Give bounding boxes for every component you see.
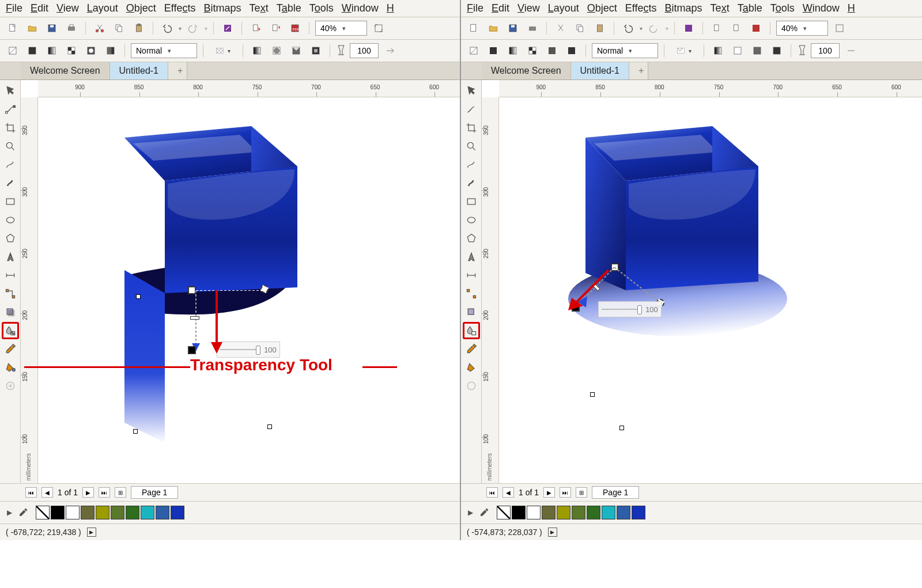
zoom-tool[interactable]	[2, 138, 19, 155]
swatch[interactable]	[111, 506, 124, 519]
text-tool[interactable]	[2, 248, 19, 265]
menu-help[interactable]: H	[387, 2, 394, 14]
menu-table[interactable]: Table	[277, 2, 301, 14]
freehand-tool[interactable]	[463, 156, 480, 173]
connector-tool[interactable]	[2, 285, 19, 302]
menu-text[interactable]: Text	[711, 2, 730, 14]
ellipse-tool[interactable]	[463, 211, 480, 229]
drop-shadow-tool[interactable]	[463, 304, 480, 321]
menu-bitmaps[interactable]: Bitmaps	[665, 2, 702, 14]
no-transparency-button[interactable]	[466, 43, 482, 58]
tab-welcome[interactable]: Welcome Screen	[21, 62, 110, 79]
twocolor-trans-button[interactable]	[544, 43, 560, 58]
page-last-button[interactable]: ⏭	[560, 487, 571, 498]
swatch[interactable]	[171, 506, 184, 519]
drop-shadow-tool[interactable]	[2, 304, 19, 321]
conical-grad-button[interactable]	[749, 43, 765, 58]
text-tool[interactable]	[463, 248, 480, 265]
swatch[interactable]	[572, 506, 585, 519]
page-first-button[interactable]: ⏮	[25, 487, 37, 498]
menu-tools[interactable]: Tools	[309, 2, 334, 14]
fountain-trans-button[interactable]	[505, 43, 521, 58]
menu-file[interactable]: File	[6, 2, 22, 14]
menu-help[interactable]: H	[848, 2, 855, 14]
undo-button[interactable]	[620, 21, 636, 36]
transparency-end-handle[interactable]	[188, 346, 196, 354]
swatch[interactable]	[141, 506, 154, 519]
copy-button[interactable]	[572, 21, 588, 36]
page-add-button[interactable]: ⊞	[115, 487, 126, 498]
no-transparency-button[interactable]	[5, 43, 21, 58]
page-prev-button[interactable]: ◀	[41, 487, 53, 498]
swatch[interactable]	[542, 506, 556, 519]
pattern-trans-button[interactable]	[63, 43, 80, 58]
page-tab[interactable]: Page 1	[131, 486, 178, 499]
swatch-black[interactable]	[512, 506, 526, 519]
transparency-tool[interactable]	[463, 322, 480, 339]
open-button[interactable]	[485, 21, 501, 36]
eyedropper-tool[interactable]	[463, 340, 480, 358]
page-add-button[interactable]: ⊞	[576, 487, 587, 498]
trans-picker-button[interactable]: ▾	[670, 43, 698, 58]
menu-window[interactable]: Window	[803, 2, 840, 14]
swatch[interactable]	[587, 506, 600, 519]
menu-view[interactable]: View	[517, 2, 540, 14]
pdf-button[interactable]: PDF	[287, 21, 303, 36]
copy-button[interactable]	[111, 21, 127, 36]
rectangular-grad-button[interactable]	[308, 43, 324, 58]
trans-picker-button[interactable]: ▾	[209, 43, 237, 58]
tab-add[interactable]: +	[629, 62, 648, 79]
eyedropper-icon[interactable]	[476, 505, 492, 520]
swatch-white[interactable]	[66, 506, 80, 519]
eyedropper-tool[interactable]	[2, 340, 19, 358]
selection-handle[interactable]	[136, 294, 141, 299]
texture-trans-button[interactable]	[564, 43, 580, 58]
redo-button[interactable]	[185, 21, 201, 36]
zoom-tool[interactable]	[463, 138, 480, 155]
shape-tool[interactable]	[463, 101, 480, 118]
menu-object[interactable]: Object	[126, 2, 156, 14]
cut-button[interactable]	[553, 21, 569, 36]
interactive-fill-tool[interactable]	[463, 359, 480, 376]
swatch[interactable]	[632, 506, 645, 519]
transparency-tool[interactable]	[2, 322, 19, 339]
menu-layout[interactable]: Layout	[548, 2, 579, 14]
swatch[interactable]	[602, 506, 615, 519]
menu-view[interactable]: View	[56, 2, 79, 14]
rectangle-tool[interactable]	[463, 193, 480, 210]
texture-trans-button[interactable]	[103, 43, 119, 58]
pick-tool[interactable]	[2, 82, 19, 100]
swatch-white[interactable]	[527, 506, 541, 519]
undo-button[interactable]	[159, 21, 175, 36]
print-button[interactable]	[524, 21, 541, 36]
menu-file[interactable]: File	[467, 2, 483, 14]
dimension-tool[interactable]	[463, 267, 480, 284]
menu-edit[interactable]: Edit	[492, 2, 509, 14]
swatch[interactable]	[617, 506, 630, 519]
palette-scroll-left[interactable]: ▶	[466, 509, 475, 517]
swatch-black[interactable]	[51, 506, 65, 519]
page-prev-button[interactable]: ◀	[502, 487, 514, 498]
ellipse-tool[interactable]	[2, 211, 19, 229]
swatch[interactable]	[96, 506, 109, 519]
swatch[interactable]	[156, 506, 169, 519]
cut-button[interactable]	[92, 21, 108, 36]
blend-mode-dropdown[interactable]: Normal	[592, 43, 658, 58]
page-first-button[interactable]: ⏮	[486, 487, 498, 498]
tab-welcome[interactable]: Welcome Screen	[482, 62, 571, 79]
canvas[interactable]: 100	[499, 97, 922, 483]
selection-handle[interactable]	[590, 392, 595, 397]
menu-effects[interactable]: Effects	[625, 2, 657, 14]
polygon-tool[interactable]	[463, 230, 480, 247]
export-button[interactable]	[267, 21, 284, 36]
redo-button[interactable]	[646, 21, 662, 36]
paste-button[interactable]	[592, 21, 608, 36]
menu-window[interactable]: Window	[342, 2, 379, 14]
save-button[interactable]	[44, 21, 60, 36]
tab-untitled[interactable]: Untitled-1	[110, 62, 168, 79]
import-button[interactable]	[248, 21, 264, 36]
fullscreen-button[interactable]	[832, 21, 848, 36]
menu-object[interactable]: Object	[587, 2, 617, 14]
open-button[interactable]	[24, 21, 40, 36]
conical-grad-button[interactable]	[288, 43, 304, 58]
